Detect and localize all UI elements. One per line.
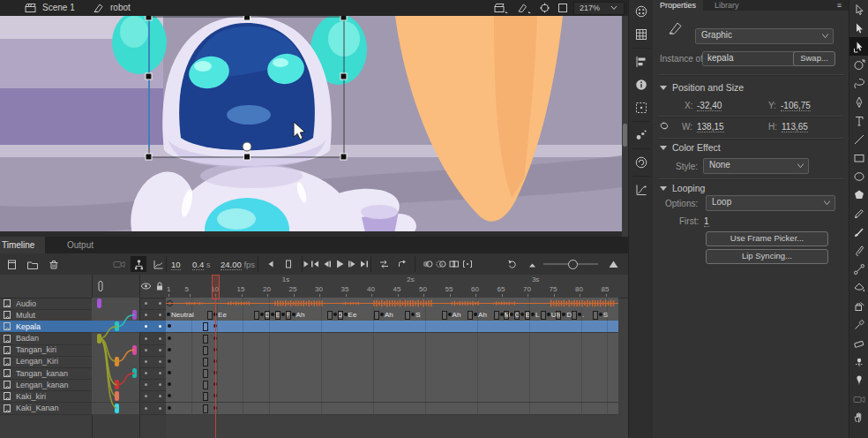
parent-cell-lengan_kiri[interactable] xyxy=(92,356,139,368)
use-frame-picker-button[interactable]: Use Frame Picker... xyxy=(706,231,828,246)
cc-libraries-icon[interactable] xyxy=(629,151,654,174)
parent-cell-audio[interactable] xyxy=(92,298,139,310)
frame-row-lengan_kiri[interactable] xyxy=(166,356,618,368)
layer-row-kepala[interactable]: Kepala xyxy=(0,321,92,333)
layer-row-kaki_kiri[interactable]: Kaki_kiri xyxy=(0,390,92,403)
frame-row-mulut[interactable]: Neutral Ee D E F Ah D Ee Ah S Ah Ah M G … xyxy=(166,309,618,321)
parent-marker[interactable] xyxy=(132,310,137,320)
flip-frames-icon[interactable] xyxy=(376,256,392,272)
polystar-tool[interactable] xyxy=(849,185,868,204)
visibility-dot[interactable] xyxy=(145,313,147,316)
layer-visibility-cell[interactable] xyxy=(139,379,166,391)
keyframe-dot[interactable] xyxy=(500,313,504,316)
delete-layer-icon[interactable] xyxy=(46,256,62,272)
info-panel-icon[interactable] xyxy=(629,73,654,96)
edit-scene-icon[interactable] xyxy=(494,3,508,13)
keyframe-dot[interactable] xyxy=(168,371,171,374)
span-end-marker[interactable] xyxy=(327,311,333,320)
layer-visibility-cell[interactable] xyxy=(139,367,166,380)
breadcrumb-symbol[interactable]: robot xyxy=(110,3,131,12)
lock-dot[interactable] xyxy=(159,349,161,351)
parenting-view-icon[interactable] xyxy=(131,256,146,272)
frame-row-kaki_kiri[interactable] xyxy=(166,390,618,403)
eyedropper-tool[interactable] xyxy=(849,315,868,334)
span-end-marker[interactable] xyxy=(203,369,208,378)
motion-editor-icon[interactable] xyxy=(629,178,654,201)
camera-tool[interactable] xyxy=(849,389,868,408)
current-frame-number[interactable]: 10 xyxy=(171,260,181,270)
stage-canvas[interactable] xyxy=(0,16,622,237)
span-end-marker[interactable] xyxy=(468,311,473,320)
section-position-size[interactable]: Position and Size xyxy=(660,82,744,93)
visibility-dot[interactable] xyxy=(145,302,147,305)
parent-cell-tangan_kiri[interactable] xyxy=(92,344,139,357)
zoom-out-frames-icon[interactable] xyxy=(524,256,540,272)
span-end-marker[interactable] xyxy=(405,311,410,320)
tab-timeline[interactable]: Timeline xyxy=(0,237,45,253)
span-end-marker[interactable] xyxy=(286,311,291,320)
keyframe-dot[interactable] xyxy=(562,313,565,316)
lock-dot[interactable] xyxy=(159,395,161,397)
advanced-layers-icon[interactable] xyxy=(150,256,166,272)
span-end-marker[interactable] xyxy=(504,311,509,320)
lock-dot[interactable] xyxy=(159,407,161,410)
span-end-marker[interactable] xyxy=(541,311,546,320)
hand-tool[interactable] xyxy=(849,408,868,427)
center-frame-icon[interactable] xyxy=(539,3,550,13)
keyframe-dot[interactable] xyxy=(167,313,170,316)
canvas-vertical-scrollbar[interactable] xyxy=(622,16,628,237)
y-value[interactable]: -106,75 xyxy=(781,101,811,111)
layer-row-tangan_kiri[interactable]: Tangan_kiri xyxy=(0,344,92,357)
instance-name-field[interactable]: kepala xyxy=(702,51,797,66)
layer-row-mulut[interactable]: Mulut xyxy=(0,309,92,321)
visibility-dot[interactable] xyxy=(145,407,147,410)
camera-icon[interactable] xyxy=(111,256,127,272)
timeline-zoom-slider[interactable] xyxy=(543,263,598,265)
swatches-panel-icon[interactable] xyxy=(629,23,654,46)
link-width-height-icon[interactable] xyxy=(658,120,670,132)
span-end-marker[interactable] xyxy=(203,346,208,355)
frame-row-badan[interactable] xyxy=(166,333,618,345)
parent-marker[interactable] xyxy=(115,380,119,389)
lock-dot[interactable] xyxy=(159,337,161,340)
ink-bottle-tool[interactable] xyxy=(849,297,868,315)
frame-row-lengan_kanan[interactable] xyxy=(166,379,618,391)
keyframe-dot[interactable] xyxy=(380,313,384,316)
playhead-line[interactable] xyxy=(215,298,216,438)
span-end-marker[interactable] xyxy=(514,311,520,320)
keyframe-dot[interactable] xyxy=(168,336,171,340)
x-value[interactable]: -32,40 xyxy=(697,101,722,111)
eraser-tool[interactable] xyxy=(849,334,868,352)
lock-dot[interactable] xyxy=(159,360,161,363)
playhead-marker[interactable] xyxy=(212,275,220,299)
span-end-marker[interactable] xyxy=(572,311,577,320)
lock-dot[interactable] xyxy=(159,302,161,305)
rectangle-tool[interactable] xyxy=(849,148,868,167)
keyframe-dot[interactable] xyxy=(281,313,285,316)
zoom-slider-knob[interactable] xyxy=(568,260,578,269)
align-panel-icon[interactable] xyxy=(629,50,654,73)
span-end-marker[interactable] xyxy=(338,311,343,320)
swap-button[interactable]: Swap... xyxy=(793,51,835,66)
eye-icon[interactable] xyxy=(140,281,152,291)
keyframe-dot[interactable] xyxy=(531,313,535,316)
parent-marker[interactable] xyxy=(115,404,119,413)
span-end-marker[interactable] xyxy=(275,311,281,320)
brush-library-icon[interactable] xyxy=(629,124,654,147)
h-value[interactable]: 113,65 xyxy=(782,122,808,132)
asset-warp-tool[interactable] xyxy=(849,352,868,371)
span-end-marker[interactable] xyxy=(254,311,259,320)
parent-marker[interactable] xyxy=(132,368,137,378)
puppet-pin-tool[interactable] xyxy=(849,371,868,389)
span-end-marker[interactable] xyxy=(203,322,208,331)
visibility-dot[interactable] xyxy=(145,337,147,340)
selection-tool[interactable] xyxy=(849,0,868,19)
parent-cell-kaki_kiri[interactable] xyxy=(92,390,139,403)
parent-marker[interactable] xyxy=(97,298,101,308)
edit-symbols-icon[interactable] xyxy=(517,3,531,13)
layer-row-kaki_kanan[interactable]: Kaki_Kanan xyxy=(0,403,92,415)
parent-cell-tangan_kanan[interactable] xyxy=(92,367,139,380)
lock-dot[interactable] xyxy=(159,325,161,328)
layer-visibility-cell[interactable] xyxy=(139,298,166,310)
oval-tool[interactable] xyxy=(849,167,868,185)
